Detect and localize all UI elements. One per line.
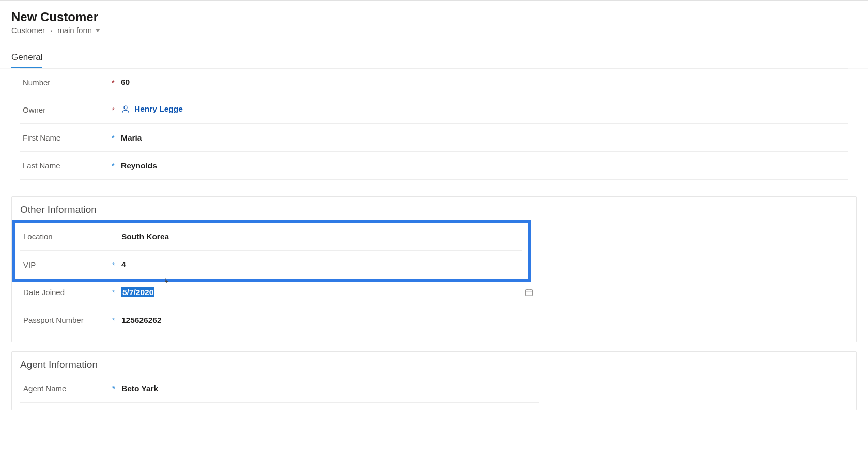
- section-title: Agent Information: [12, 352, 531, 375]
- field-label: Agent Name: [20, 384, 109, 393]
- svg-point-0: [124, 106, 127, 109]
- section-other-information: Other Information Location South Korea V…: [11, 196, 857, 342]
- owner-lookup-link[interactable]: Henry Legge: [121, 104, 183, 114]
- section-basic: Number * 60 Owner * Henry Legge: [11, 68, 857, 187]
- field-label: Last Name: [20, 161, 109, 170]
- tab-general[interactable]: General: [11, 49, 42, 68]
- field-owner[interactable]: Owner * Henry Legge: [20, 96, 848, 124]
- page-title: New Customer: [11, 9, 857, 25]
- field-vip[interactable]: VIP * 4: [20, 251, 522, 279]
- calendar-icon[interactable]: [524, 288, 534, 297]
- field-value[interactable]: 5/7/2020: [118, 288, 539, 297]
- field-value[interactable]: 60: [118, 78, 848, 87]
- section-title: Other Information: [12, 197, 531, 220]
- recommended-indicator: *: [109, 316, 118, 324]
- svg-rect-1: [526, 289, 533, 295]
- form-header: New Customer Customer · main form: [0, 1, 868, 35]
- field-location[interactable]: Location South Korea: [20, 223, 522, 251]
- field-label: Owner: [20, 105, 109, 114]
- field-last-name[interactable]: Last Name * Reynolds: [20, 152, 848, 180]
- field-first-name[interactable]: First Name * Maria: [20, 124, 848, 152]
- date-selected-text[interactable]: 5/7/2020: [121, 287, 154, 297]
- field-label: Date Joined: [20, 288, 109, 297]
- field-value[interactable]: 125626262: [118, 316, 539, 325]
- tab-bar: General: [0, 49, 868, 68]
- customer-form-page: New Customer Customer · main form Genera…: [0, 0, 868, 464]
- field-label: Location: [20, 232, 109, 241]
- field-value[interactable]: Reynolds: [118, 161, 848, 171]
- field-value[interactable]: 4: [118, 260, 522, 269]
- field-label: Passport Number: [20, 316, 109, 324]
- cursor-icon: ↳: [164, 277, 169, 284]
- field-label: First Name: [20, 133, 109, 142]
- recommended-indicator: *: [109, 384, 118, 393]
- field-value[interactable]: Henry Legge: [118, 104, 848, 116]
- field-value[interactable]: South Korea: [118, 232, 522, 241]
- form-body: Number * 60 Owner * Henry Legge: [0, 68, 868, 454]
- breadcrumb: Customer · main form: [11, 26, 857, 35]
- required-indicator: *: [109, 105, 118, 114]
- field-value[interactable]: Maria: [118, 133, 848, 143]
- field-agent-name[interactable]: Agent Name * Beto Yark: [20, 375, 539, 403]
- recommended-indicator: *: [109, 260, 118, 269]
- recommended-indicator: *: [109, 161, 118, 170]
- form-name-label: main form: [57, 26, 92, 35]
- field-date-joined[interactable]: ↳ Date Joined * 5/7/2020: [20, 279, 539, 306]
- field-value[interactable]: Beto Yark: [118, 384, 539, 393]
- field-label: VIP: [20, 260, 109, 269]
- recommended-indicator: *: [109, 288, 118, 297]
- form-selector[interactable]: main form: [57, 26, 100, 35]
- annotation-highlight-box: Location South Korea VIP * 4: [12, 220, 531, 282]
- required-indicator: *: [109, 78, 118, 87]
- field-number[interactable]: Number * 60: [20, 68, 848, 96]
- owner-name: Henry Legge: [134, 104, 183, 114]
- entity-name: Customer: [11, 26, 45, 35]
- recommended-indicator: *: [109, 133, 118, 142]
- field-label: Number: [20, 78, 109, 87]
- person-icon: [121, 104, 130, 114]
- breadcrumb-separator: ·: [50, 26, 52, 35]
- section-agent-information: Agent Information Agent Name * Beto Yark: [11, 351, 857, 410]
- field-passport-number[interactable]: Passport Number * 125626262: [20, 306, 539, 334]
- chevron-down-icon: [95, 29, 100, 32]
